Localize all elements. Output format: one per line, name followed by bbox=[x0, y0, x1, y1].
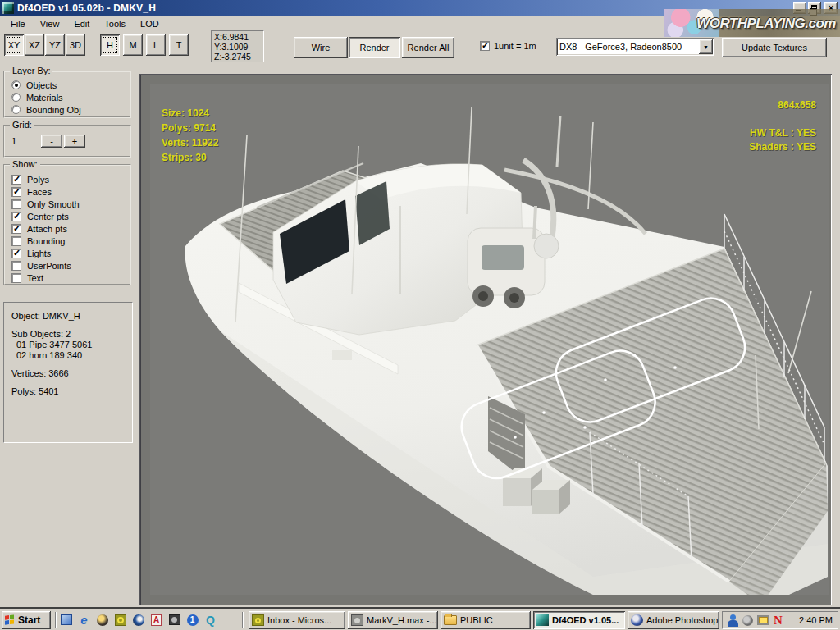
grid-group: Grid: 1 - + bbox=[3, 125, 131, 158]
checkbox-polys[interactable] bbox=[11, 175, 21, 185]
grid-decrease-button[interactable]: - bbox=[41, 135, 62, 148]
one-icon[interactable]: 1 bbox=[185, 613, 199, 627]
photoshop-icon bbox=[631, 614, 643, 626]
view-xz-button[interactable]: XZ bbox=[25, 34, 44, 56]
menu-tools[interactable]: Tools bbox=[97, 17, 133, 30]
render-button[interactable]: Render bbox=[349, 37, 400, 58]
task-photoshop[interactable]: Adobe Photoshop bbox=[628, 611, 719, 629]
desktop: Df4OED v1.05.02b - DMKV_H × File View Ed… bbox=[0, 0, 840, 630]
checkbox-attach-pts-label: Attach pts bbox=[27, 224, 67, 234]
view-3d-button[interactable]: 3D bbox=[66, 34, 85, 56]
radio-materials-label: Materials bbox=[26, 93, 63, 103]
task-markv-max[interactable]: MarkV_H.max -... bbox=[348, 611, 438, 629]
stat-hw-tl: HW T&L : YES bbox=[750, 127, 816, 139]
task-label: MarkV_H.max -... bbox=[367, 615, 437, 625]
taskbar-separator bbox=[55, 612, 57, 628]
boat-model-render bbox=[150, 84, 829, 595]
object-info-panel: Object: DMKV_H Sub Objects: 2 01 Pipe 34… bbox=[3, 302, 133, 443]
task-label: Inbox - Micros... bbox=[267, 615, 331, 625]
coord-x: X:6.9841 bbox=[214, 32, 261, 42]
checkbox-text-label: Text bbox=[27, 273, 43, 283]
window-title: Df4OED v1.05.02b - DMKV_H bbox=[17, 2, 156, 14]
lod-l-button[interactable]: L bbox=[146, 34, 166, 56]
stat-size: Size: 1024 bbox=[162, 107, 209, 119]
radio-bounding-obj[interactable] bbox=[11, 105, 21, 114]
menu-file[interactable]: File bbox=[3, 17, 33, 30]
coord-y: Y:3.1009 bbox=[214, 42, 261, 52]
sub-object-row: 02 horn 189 340 bbox=[16, 350, 132, 361]
chevron-down-icon[interactable]: ▼ bbox=[699, 39, 713, 54]
polys-count: Polys: 5401 bbox=[11, 386, 132, 397]
taskbar: Start e A 1 Q Inbox - Micros... MarkV_H.… bbox=[0, 609, 840, 630]
sub-object-row: 01 Pipe 3477 5061 bbox=[16, 340, 132, 350]
watermark-banner: WORTHPLAYING.com bbox=[664, 9, 840, 37]
task-public-folder[interactable]: PUBLIC bbox=[441, 611, 531, 629]
menu-lod[interactable]: LOD bbox=[133, 17, 167, 30]
menu-view[interactable]: View bbox=[33, 17, 67, 30]
taskbar-separator bbox=[242, 612, 244, 628]
grid-legend: Grid: bbox=[10, 120, 34, 130]
cd-player-icon[interactable] bbox=[131, 613, 145, 627]
show-group: Show: Polys Faces Only Smooth Center pts… bbox=[3, 164, 131, 285]
checkbox-bounding-label: Bounding bbox=[27, 236, 66, 246]
view-yz-button[interactable]: YZ bbox=[45, 34, 65, 56]
checkbox-only-smooth[interactable] bbox=[11, 199, 21, 209]
checkbox-faces-label: Faces bbox=[27, 187, 52, 197]
lod-m-button[interactable]: M bbox=[123, 34, 143, 56]
user-icon[interactable] bbox=[728, 614, 738, 627]
device-dropdown[interactable]: DX8 - GeForce3, Radeon8500 ▼ bbox=[556, 38, 714, 56]
task-inbox[interactable]: Inbox - Micros... bbox=[249, 611, 345, 629]
update-textures-button[interactable]: Update Textures bbox=[722, 38, 827, 57]
volume-icon[interactable] bbox=[742, 615, 753, 626]
system-tray: N 2:40 PM bbox=[722, 611, 838, 629]
windows-logo-icon bbox=[5, 614, 15, 625]
checkbox-lights-label: Lights bbox=[27, 249, 51, 258]
grid-value: 1 bbox=[11, 136, 16, 146]
checkbox-userpoints[interactable] bbox=[11, 261, 21, 271]
checkbox-bounding[interactable] bbox=[11, 236, 21, 246]
media-player-icon[interactable] bbox=[95, 613, 109, 627]
checkbox-center-pts[interactable] bbox=[11, 212, 21, 221]
taskbar-clock: 2:40 PM bbox=[799, 615, 833, 625]
lod-t-button[interactable]: T bbox=[169, 34, 189, 56]
task-df4oed[interactable]: Df4OED v1.05... bbox=[533, 611, 625, 629]
start-button[interactable]: Start bbox=[2, 611, 51, 629]
mail-icon[interactable] bbox=[59, 613, 73, 627]
stat-shaders: Shaders : YES bbox=[749, 141, 816, 153]
clock-icon[interactable] bbox=[113, 613, 127, 627]
checkbox-only-smooth-label: Only Smooth bbox=[27, 199, 80, 209]
radio-objects-label: Objects bbox=[26, 80, 57, 90]
display-icon[interactable] bbox=[757, 615, 769, 625]
radio-objects[interactable] bbox=[11, 80, 21, 89]
folder-icon bbox=[444, 615, 457, 625]
checkbox-faces[interactable] bbox=[11, 187, 21, 197]
menu-edit[interactable]: Edit bbox=[66, 17, 97, 30]
radio-materials[interactable] bbox=[11, 93, 21, 102]
radio-bounding-obj-label: Bounding Obj bbox=[26, 105, 81, 115]
show-legend: Show: bbox=[10, 159, 40, 169]
render-all-button[interactable]: Render All bbox=[402, 37, 454, 58]
stat-polys: Polys: 9714 bbox=[162, 122, 216, 134]
sub-objects-count: Sub Objects: 2 bbox=[11, 329, 132, 340]
checkbox-text[interactable] bbox=[11, 273, 21, 283]
ie-icon[interactable]: e bbox=[77, 613, 91, 627]
checkbox-userpoints-label: UserPoints bbox=[27, 261, 71, 271]
camera-icon[interactable] bbox=[167, 613, 181, 627]
app-icon bbox=[2, 2, 14, 14]
norton-icon[interactable]: N bbox=[774, 615, 783, 626]
acrobat-icon[interactable]: A bbox=[149, 613, 163, 627]
view-xy-button[interactable]: XY bbox=[4, 34, 24, 56]
quicktime-icon[interactable]: Q bbox=[203, 613, 217, 627]
task-label: Df4OED v1.05... bbox=[552, 615, 619, 625]
lod-h-button[interactable]: H bbox=[100, 34, 120, 56]
unit-checkbox[interactable] bbox=[480, 41, 490, 51]
viewport-frame: Size: 1024 Polys: 9714 Verts: 11922 Stri… bbox=[139, 74, 832, 605]
checkbox-attach-pts[interactable] bbox=[11, 224, 21, 234]
grid-increase-button[interactable]: + bbox=[64, 135, 85, 148]
stat-verts: Verts: 11922 bbox=[162, 137, 218, 148]
wire-button[interactable]: Wire bbox=[294, 37, 348, 58]
object-name: Object: DMKV_H bbox=[11, 311, 132, 322]
coordinate-readout: X:6.9841 Y:3.1009 Z:-3.2745 bbox=[211, 30, 264, 62]
checkbox-lights[interactable] bbox=[11, 249, 21, 258]
render-area[interactable]: Size: 1024 Polys: 9714 Verts: 11922 Stri… bbox=[150, 84, 829, 595]
